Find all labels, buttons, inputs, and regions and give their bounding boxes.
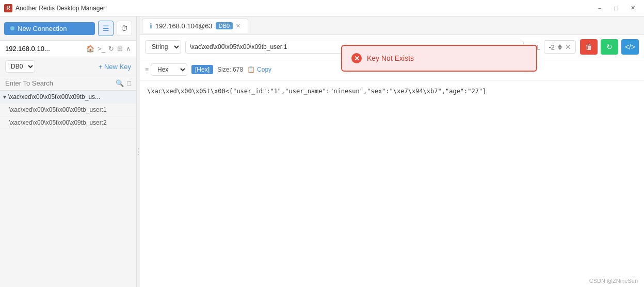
ttl-decrement-button[interactable] — [558, 47, 562, 50]
close-button[interactable]: ✕ — [625, 3, 640, 13]
connection-left: 192.168.0.10... — [5, 45, 50, 53]
hex-badge: [Hex] — [191, 65, 213, 74]
copy-icon: 📋 — [247, 66, 255, 73]
refresh-key-button[interactable]: ↻ — [601, 39, 618, 55]
clock-icon: ⏱ — [121, 24, 128, 32]
new-connection-button[interactable]: New Connection — [4, 22, 95, 35]
sidebar-toolbar: New Connection ☰ ⏱ — [0, 16, 136, 41]
tab-connection[interactable]: ℹ 192.168.0.104@63 DB0 ✕ — [142, 19, 248, 33]
type-selector[interactable]: String Hash List Set ZSet — [145, 40, 181, 54]
format-selector[interactable]: Hex JSON Raw — [151, 63, 187, 76]
folder-label: \xac\xed\x00\x05t\x00\x09tb_us... — [8, 93, 100, 100]
format-label-group: ≡ Hex JSON Raw — [145, 63, 187, 76]
window-controls: − □ ✕ — [592, 3, 640, 13]
code-icon: </> — [625, 43, 635, 51]
title-bar-left: R Another Redis Desktop Manager — [4, 4, 105, 12]
trash-icon: 🗑 — [585, 43, 592, 51]
app-title: Another Redis Desktop Manager — [15, 5, 105, 12]
list-item[interactable]: \xac\xed\x00\x05t\x00\x09tb_user:1 — [0, 104, 136, 116]
chevron-down-icon: ▾ — [3, 93, 6, 100]
connection-dot — [10, 26, 14, 30]
list-item[interactable]: \xac\xed\x00\x05t\x00\x09tb_user:2 — [0, 116, 136, 129]
error-icon: ✕ — [351, 53, 362, 63]
connection-item[interactable]: 192.168.0.10... 🏠 >_ ↻ ⊞ ∧ — [0, 41, 136, 57]
list-icon: ☰ — [103, 24, 109, 32]
value-text: \xac\xed\x00\x05t\x00<{"user_id":"1","us… — [147, 88, 486, 95]
db-selector[interactable]: DB0 DB1 DB2 — [5, 60, 35, 73]
app-icon: R — [4, 4, 12, 12]
refresh-icon: ↻ — [606, 43, 613, 51]
grid-icon[interactable]: ⊞ — [117, 45, 123, 53]
main-layout: New Connection ☰ ⏱ 192.168.0.10... 🏠 >_ … — [0, 16, 644, 287]
new-connection-label: New Connection — [18, 25, 67, 32]
refresh-icon[interactable]: ↻ — [108, 45, 114, 53]
footer: CSDN @ZNineSun — [589, 278, 638, 284]
key-label: \xac\xed\x00\x05t\x00\x09tb_user:1 — [9, 106, 107, 113]
db-selector-row: DB0 DB1 DB2 + New Key — [0, 57, 136, 76]
connection-icons: 🏠 >_ ↻ ⊞ ∧ — [86, 45, 131, 53]
format-icon: ≡ — [145, 66, 149, 73]
content-area: ℹ 192.168.0.104@63 DB0 ✕ String Hash Lis… — [140, 16, 644, 287]
tab-label: 192.168.0.104@63 — [155, 22, 213, 30]
info-icon: ℹ — [150, 22, 152, 30]
ttl-input-wrapper: -2 ✕ — [544, 40, 576, 54]
footer-text: CSDN @ZNineSun — [589, 278, 638, 284]
ttl-value: -2 — [549, 43, 555, 51]
error-message: Key Not Exists — [367, 54, 414, 62]
edit-button[interactable]: </> — [621, 39, 639, 55]
schedule-button[interactable]: ⏱ — [117, 21, 132, 36]
maximize-button[interactable]: □ — [609, 3, 623, 13]
tab-close-button[interactable]: ✕ — [236, 23, 240, 29]
home-icon[interactable]: 🏠 — [86, 45, 94, 53]
ttl-arrows — [558, 44, 562, 50]
ttl-increment-button[interactable] — [558, 44, 562, 47]
delete-button[interactable]: 🗑 — [580, 39, 598, 55]
collapse-icon[interactable]: ∧ — [126, 45, 131, 53]
action-buttons: 🗑 ↻ </> — [580, 39, 639, 55]
new-key-button[interactable]: + New Key — [99, 63, 131, 71]
search-input[interactable] — [5, 79, 114, 87]
minimize-button[interactable]: − — [592, 3, 607, 13]
key-list: ▾ \xac\xed\x00\x05t\x00\x09tb_us... \xac… — [0, 91, 136, 287]
value-content: \xac\xed\x00\x05t\x00<{"user_id":"1","us… — [140, 80, 644, 287]
key-label: \xac\xed\x00\x05t\x00\x09tb_user:2 — [9, 119, 107, 126]
sidebar: New Connection ☰ ⏱ 192.168.0.10... 🏠 >_ … — [0, 16, 137, 287]
search-row: 🔍 □ — [0, 76, 136, 91]
tabs-bar: ℹ 192.168.0.104@63 DB0 ✕ — [140, 16, 644, 35]
search-icon[interactable]: 🔍 — [116, 79, 124, 87]
search-icons: 🔍 □ — [116, 79, 131, 87]
title-bar: R Another Redis Desktop Manager − □ ✕ — [0, 0, 644, 16]
ttl-close-button[interactable]: ✕ — [565, 43, 571, 51]
tab-db-badge: DB0 — [216, 22, 233, 29]
refresh-view-button[interactable]: ☰ — [98, 21, 114, 36]
folder-item[interactable]: ▾ \xac\xed\x00\x05t\x00\x09tb_us... — [0, 91, 136, 104]
error-popup: ✕ Key Not Exists — [341, 45, 537, 72]
connection-name: 192.168.0.10... — [5, 45, 50, 53]
copy-button[interactable]: 📋 Copy — [247, 66, 271, 73]
copy-label: Copy — [257, 66, 271, 73]
terminal-icon[interactable]: >_ — [98, 45, 105, 53]
filter-icon[interactable]: □ — [127, 79, 131, 87]
size-badge: Size: 678 — [217, 66, 243, 73]
